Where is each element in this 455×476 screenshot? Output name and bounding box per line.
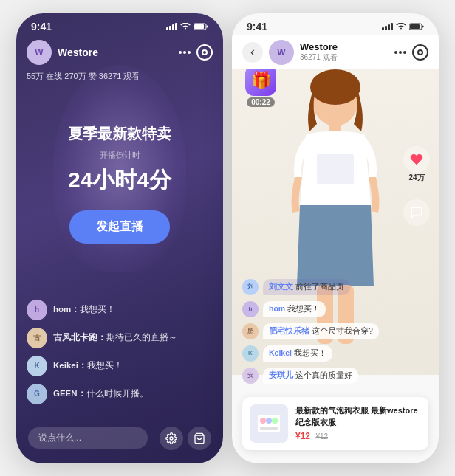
bag-button[interactable] [188,427,211,450]
header-left: W Westore [16,35,223,69]
price-old: ¥12 [315,432,328,441]
header-actions-left [179,44,213,61]
svg-point-17 [260,418,266,424]
like-count: 24万 [408,173,424,183]
start-live-button[interactable]: 发起直播 [69,210,170,244]
chat-item-r2: h hom 我想买！ [242,301,384,317]
svg-rect-2 [207,25,208,27]
store-name-right: Westore [300,41,389,52]
chat-avatar-4: G [27,384,47,404]
countdown-label: 开播倒计时 [100,150,140,161]
like-button[interactable]: 24万 [403,146,430,173]
gift-badge[interactable]: 🎁 00:22 [245,65,276,107]
status-icons-left [166,23,208,30]
chat-bubble-r1: 刘文文 前往了商品页 [263,279,350,295]
gift-icon: 🎁 [245,65,276,96]
wifi-icon [180,23,191,30]
chat-avatar-r2: h [242,301,259,317]
chat-text-3: Keikei：我想买！ [53,360,123,371]
price-current: ¥12 [295,431,310,441]
svg-point-18 [266,418,272,424]
status-bar-right: 9:41 [232,13,439,35]
avatar-left: W [27,40,52,65]
chat-section-left: h hom：我想买！ 古 古风北卡跑：期待已久的直播～ K Keikei：我想买… [16,300,223,412]
signal-icon-right [382,23,393,30]
chat-bubble-r2: hom 我想买！ [263,301,326,317]
chat-avatar-3: K [27,356,47,376]
comment-button[interactable] [403,199,430,226]
chat-avatar-2: 古 [27,328,47,348]
svg-rect-7 [422,25,424,27]
avatar-right: W [269,40,294,65]
chat-text-1: hom：我想买！ [53,304,115,315]
product-card[interactable]: 最新款的气泡狗衣服 最新westore纪念版衣服 ¥12 ¥12 [242,397,428,450]
wifi-icon-right [396,23,406,30]
chat-avatar-1: h [27,300,47,320]
header-actions-right [394,44,428,61]
chat-text-4: GEEN：什么时候开播。 [53,388,148,399]
chat-bubble-r5: 安琪儿 这个真的质量好 [263,368,358,384]
product-name: 最新款的气泡狗衣服 最新westore纪念版衣服 [295,405,421,428]
battery-icon-right [409,23,424,30]
svg-point-3 [170,437,173,440]
right-side-icons: 24万 [403,146,430,226]
chat-item-3: K Keikei：我想买！ [27,356,213,376]
bottom-actions-left: 说点什么... [16,427,223,450]
status-bar-left: 9:41 [16,13,223,35]
chat-avatar-r5: 安 [242,368,259,384]
product-image [254,409,284,438]
store-name-left: Westore [58,46,173,58]
chat-avatar-r4: K [242,345,259,362]
chat-item-2: 古 古风北卡跑：期待已久的直播～ [27,328,213,348]
chat-item-r3: 肥 肥宅快乐猪 这个尺寸我合穿? [242,323,384,339]
svg-point-10 [310,69,360,105]
svg-rect-12 [317,154,354,184]
svg-rect-20 [260,427,278,430]
gift-timer: 00:22 [247,97,275,107]
bag-icon [194,432,205,444]
chat-text-2: 古风北卡跑：期待已久的直播～ [53,332,177,343]
product-price: ¥12 ¥12 [295,431,421,441]
svg-rect-6 [410,24,420,29]
settings-icon [165,432,177,444]
chat-bubble-r4: Keikei 我想买！ [263,345,332,362]
chat-section-right: 刘 刘文文 前往了商品页 h hom 我想买！ 肥 肥宅快乐猪 这个尺寸我合穿?… [232,279,394,390]
sale-title: 夏季最新款特卖 [68,124,171,144]
chat-item-r4: K Keikei 我想买！ [242,345,384,362]
target-icon[interactable] [196,44,213,61]
signal-icon [166,23,177,30]
status-icons-right [382,23,424,30]
time-left: 9:41 [31,21,52,32]
chat-item-r1: 刘 刘文文 前往了商品页 [242,279,384,295]
live-content: 夏季最新款特卖 开播倒计时 24小时4分 发起直播 [16,124,223,244]
settings-button[interactable] [160,427,183,450]
back-icon: ‹ [250,44,255,60]
product-thumbnail [250,404,288,443]
chat-item-r5: 安 安琪儿 这个真的质量好 [242,368,384,384]
time-right: 9:41 [247,21,267,32]
more-menu-icon-right[interactable] [394,51,406,54]
heart-icon [410,153,423,166]
right-phone: 9:41 ‹ W Westore [232,13,439,463]
chat-item-1: h hom：我想买！ [27,300,213,320]
back-button[interactable]: ‹ [242,42,263,63]
battery-icon [194,23,208,30]
header-right: ‹ W Westore 36271 观看 [232,35,439,69]
product-info: 最新款的气泡狗衣服 最新westore纪念版衣服 ¥12 ¥12 [295,405,421,441]
viewer-count-right: 36271 观看 [300,52,389,63]
comment-icon [410,206,423,219]
chat-item-4: G GEEN：什么时候开播。 [27,384,213,404]
comment-input-left[interactable]: 说点什么... [28,427,148,449]
more-menu-icon[interactable] [179,51,191,54]
countdown: 24小时4分 [68,165,171,196]
svg-point-19 [272,418,278,424]
svg-rect-1 [194,24,204,29]
chat-avatar-r3: 肥 [242,323,259,339]
chat-avatar-r1: 刘 [242,279,259,295]
target-icon-right[interactable] [412,44,428,61]
left-phone: 9:41 W Westore [16,13,223,463]
stats-row-left: 55万 在线 270万 赞 36271 观看 [16,69,223,89]
chat-bubble-r3: 肥宅快乐猪 这个尺寸我合穿? [263,323,379,339]
